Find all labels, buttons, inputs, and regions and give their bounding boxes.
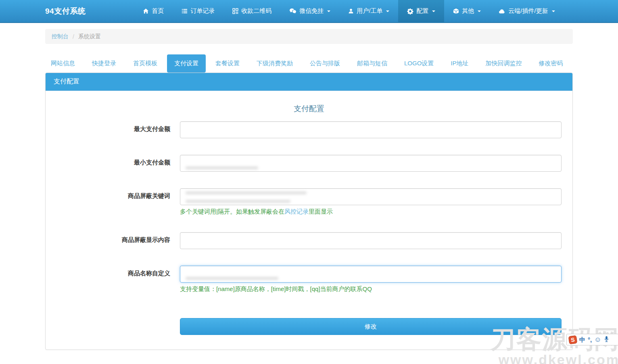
tab-package-settings[interactable]: 套餐设置 (208, 54, 247, 73)
nav-item-config[interactable]: 配置 (398, 0, 444, 22)
chevron-down-icon (552, 10, 555, 12)
modify-submit-button[interactable]: 修改 (180, 318, 562, 335)
nav-item-label: 配置 (416, 7, 428, 15)
nav-item-label: 微信免挂 (299, 7, 324, 15)
home-icon (143, 8, 149, 14)
nav-item-label: 云端/插件/更新 (508, 7, 548, 15)
nav-item-label: 首页 (152, 7, 164, 15)
nav-item-qrcode[interactable]: 收款二维码 (223, 0, 280, 22)
form-row: 商品屏蔽显示内容 (46, 232, 572, 249)
block-display-label: 商品屏蔽显示内容 (46, 232, 180, 249)
tab-announcement[interactable]: 公告与排版 (303, 54, 347, 73)
chevron-down-icon (432, 10, 435, 12)
form-row: 商品屏蔽关键词 多个关键词用|隔开。如果触发屏蔽会在风控记录里面显示 (46, 188, 572, 216)
payment-config-panel: 支付配置 支付配置 最大支付金额 最小支付金额 商品屏蔽关键词 (45, 73, 573, 350)
nav-item-cloud[interactable]: 云端/插件/更新 (490, 0, 564, 22)
nav-item-label: 用户/工单 (357, 7, 382, 15)
product-name-input[interactable] (180, 266, 562, 283)
tab-change-password[interactable]: 修改密码 (532, 54, 570, 73)
min-amount-label: 最小支付金额 (46, 155, 180, 172)
form-title: 支付配置 (46, 104, 572, 114)
list-icon (182, 8, 188, 14)
wechat-icon (289, 8, 296, 14)
watermark-url: www.dkewl.com (491, 353, 618, 364)
tab-callback-monitor[interactable]: 加快回调监控 (478, 54, 529, 73)
nav-item-other[interactable]: 其他 (444, 0, 490, 22)
form-row: 修改 (46, 318, 572, 335)
chevron-down-icon (327, 10, 330, 12)
chevron-down-icon (386, 10, 389, 12)
form-row: 最小支付金额 (46, 155, 572, 172)
block-keywords-input[interactable] (180, 188, 562, 205)
user-icon (348, 8, 354, 14)
qrcode-icon (232, 8, 238, 14)
product-name-hint: 支持变量值：[name]原商品名称，[time]时间戳，[qq]当前商户的联系Q… (180, 285, 562, 293)
nav-item-orders[interactable]: 订单记录 (173, 0, 223, 22)
nav-item-label: 收款二维码 (241, 7, 271, 15)
panel-body: 支付配置 最大支付金额 最小支付金额 商品屏蔽关键词 (46, 91, 572, 349)
cube-icon (453, 8, 459, 14)
tab-quick-login[interactable]: 快捷登录 (85, 54, 123, 73)
settings-tabs: 网站信息 快捷登录 首页模板 支付设置 套餐设置 下级消费奖励 公告与排版 邮箱… (44, 54, 573, 73)
block-display-input[interactable] (180, 232, 562, 249)
sogou-logo-icon[interactable]: S (568, 335, 578, 344)
ime-toolbar: S 中 °, ☺ (566, 334, 618, 345)
block-keywords-hint: 多个关键词用|隔开。如果触发屏蔽会在风控记录里面显示 (180, 208, 562, 216)
form-row: 商品名称自定义 支持变量值：[name]原商品名称，[time]时间戳，[qq]… (46, 266, 572, 293)
tab-email-sms[interactable]: 邮箱与短信 (350, 54, 395, 73)
chevron-down-icon (478, 10, 481, 12)
breadcrumb-separator: / (73, 33, 74, 40)
nav-item-users[interactable]: 用户/工单 (339, 0, 398, 22)
max-amount-label: 最大支付金额 (46, 121, 180, 138)
ime-microphone-icon[interactable] (604, 336, 609, 344)
tab-payment-settings[interactable]: 支付设置 (167, 54, 206, 73)
product-name-label: 商品名称自定义 (46, 266, 180, 293)
breadcrumb: 控制台 / 系统设置 (45, 29, 573, 44)
panel-header: 支付配置 (46, 73, 572, 91)
max-amount-input[interactable] (180, 121, 562, 138)
breadcrumb-current: 系统设置 (78, 33, 101, 40)
brand-title: 94支付系统 (0, 0, 134, 22)
hint-text: 里面显示 (309, 208, 333, 215)
tab-ip-address[interactable]: IP地址 (443, 54, 476, 73)
tab-sub-rewards[interactable]: 下级消费奖励 (249, 54, 300, 73)
nav-item-label: 其他 (462, 7, 474, 15)
nav-item-wechat[interactable]: 微信免挂 (280, 0, 339, 22)
tab-logo-settings[interactable]: LOGO设置 (397, 54, 441, 73)
navbar-menu: 首页 订单记录 收款二维码 微信免挂 用户/工单 (134, 0, 564, 22)
tab-site-info[interactable]: 网站信息 (44, 54, 82, 73)
block-keywords-label: 商品屏蔽关键词 (46, 188, 180, 216)
ime-punctuation-icon[interactable]: °, (588, 337, 592, 343)
top-navbar: 94支付系统 首页 订单记录 收款二维码 微信免挂 (0, 0, 618, 23)
gear-icon (407, 8, 413, 15)
min-amount-input[interactable] (180, 155, 562, 172)
cloud-icon (499, 8, 505, 14)
ime-emoji-icon[interactable]: ☺ (594, 336, 601, 343)
hint-text: 多个关键词用|隔开。如果触发屏蔽会在 (180, 208, 284, 215)
nav-item-home[interactable]: 首页 (134, 0, 173, 22)
breadcrumb-home-link[interactable]: 控制台 (52, 33, 69, 40)
risk-record-link[interactable]: 风控记录 (284, 208, 309, 215)
ime-chinese-mode-icon[interactable]: 中 (579, 337, 585, 343)
tab-home-template[interactable]: 首页模板 (126, 54, 165, 73)
nav-item-label: 订单记录 (190, 7, 215, 15)
form-row: 最大支付金额 (46, 121, 572, 138)
